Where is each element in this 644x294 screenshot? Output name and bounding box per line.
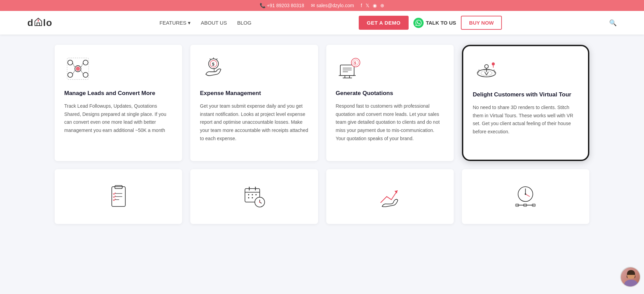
svg-point-10: [76, 67, 80, 71]
bottom-card-growth: [326, 169, 454, 224]
nav-cta-group: GET A DEMO TALK TO US BUY NOW: [359, 16, 502, 30]
whatsapp-icon[interactable]: [413, 18, 424, 28]
expense-management-icon: $: [200, 55, 227, 82]
svg-point-52: [252, 197, 253, 199]
top-cards-grid: Manage Leads and Convert More Track Lead…: [55, 45, 589, 161]
svg-text:$: $: [354, 61, 356, 65]
get-demo-button[interactable]: GET A DEMO: [359, 16, 409, 30]
nav-links: FEATURES ▾ ABOUT US BLOG: [160, 20, 251, 26]
card-manage-leads-title: Manage Leads and Convert More: [64, 89, 173, 97]
instagram-icon[interactable]: ◉: [373, 3, 377, 8]
facebook-icon[interactable]: f: [361, 3, 362, 8]
svg-line-17: [217, 58, 217, 59]
generate-quotations-icon: $: [336, 55, 363, 82]
card-generate-quotations: $ Generate Quotations Respond fast to cu…: [326, 45, 454, 161]
rss-icon[interactable]: ⊕: [380, 3, 384, 8]
card-virtual-tour: Delight Customers with Virtual Tour No n…: [462, 45, 589, 161]
nav-blog[interactable]: BLOG: [237, 20, 251, 26]
bottom-cards-grid: [55, 169, 589, 224]
email-link[interactable]: ✉ sales@dzylo.com: [311, 3, 354, 8]
search-icon[interactable]: 🔍: [609, 19, 617, 27]
svg-point-0: [38, 20, 39, 22]
svg-point-61: [525, 193, 526, 195]
bottom-card-tasklist: [55, 169, 182, 224]
card-expense-title: Expense Management: [200, 89, 308, 97]
logo-icon: [33, 17, 43, 29]
svg-point-4: [68, 72, 72, 77]
svg-text:$: $: [212, 62, 215, 67]
nav-about[interactable]: ABOUT US: [201, 20, 227, 26]
navbar: d lo FEATURES ▾ ABOUT US BLOG GET A DEMO: [0, 11, 644, 35]
svg-point-49: [252, 194, 253, 196]
svg-point-37: [492, 63, 495, 66]
svg-rect-19: [340, 65, 354, 76]
svg-line-18: [210, 58, 210, 59]
svg-line-9: [81, 70, 83, 75]
svg-line-36: [487, 72, 488, 75]
svg-point-5: [83, 72, 88, 77]
svg-point-3: [83, 60, 88, 65]
buy-now-button[interactable]: BUY NOW: [461, 16, 502, 30]
svg-point-56: [259, 201, 260, 203]
phone-icon: 📞: [260, 3, 265, 8]
logo[interactable]: d lo: [27, 17, 52, 29]
talk-to-us-label[interactable]: TALK TO US: [426, 20, 456, 26]
svg-line-7: [81, 63, 83, 67]
svg-point-2: [68, 60, 72, 65]
twitter-icon[interactable]: 𝕏: [366, 3, 369, 8]
email-icon: ✉: [311, 3, 315, 8]
card-quotations-desc: Respond fast to customers with professio…: [336, 102, 444, 143]
svg-point-48: [248, 194, 249, 196]
phone-number[interactable]: 📞 +91 89203 80318: [260, 3, 304, 8]
manage-leads-icon: [64, 55, 92, 82]
logo-text-d: d: [27, 17, 33, 28]
svg-line-35: [484, 72, 486, 75]
card-virtual-tour-desc: No need to share 3D renders to clients. …: [473, 104, 578, 136]
logo-text-lo: lo: [43, 17, 52, 28]
bottom-card-schedule: [190, 169, 318, 224]
svg-point-50: [255, 194, 257, 196]
card-expense-management: $ Expense Management Get your team submi…: [190, 45, 318, 161]
card-manage-leads: Manage Leads and Convert More Track Lead…: [55, 45, 182, 161]
card-manage-leads-desc: Track Lead Followups, Updates, Quotation…: [64, 102, 173, 135]
bottom-card-timeline: [462, 169, 589, 224]
main-content: Manage Leads and Convert More Track Lead…: [0, 35, 644, 234]
svg-line-6: [73, 63, 75, 67]
card-virtual-tour-title: Delight Customers with Virtual Tour: [473, 91, 578, 99]
virtual-tour-icon: [473, 56, 500, 84]
card-expense-desc: Get your team submit expense daily and y…: [200, 102, 308, 143]
svg-point-32: [484, 65, 488, 68]
chevron-down-icon: ▾: [188, 20, 191, 26]
nav-features[interactable]: FEATURES ▾: [160, 20, 191, 26]
svg-point-51: [248, 197, 249, 199]
card-quotations-title: Generate Quotations: [336, 89, 444, 97]
svg-line-8: [73, 70, 75, 75]
talk-to-us-group: TALK TO US: [413, 18, 456, 28]
top-bar: 📞 +91 89203 80318 ✉ sales@dzylo.com f 𝕏 …: [0, 0, 644, 11]
social-icons: f 𝕏 ◉ ⊕: [361, 3, 384, 8]
